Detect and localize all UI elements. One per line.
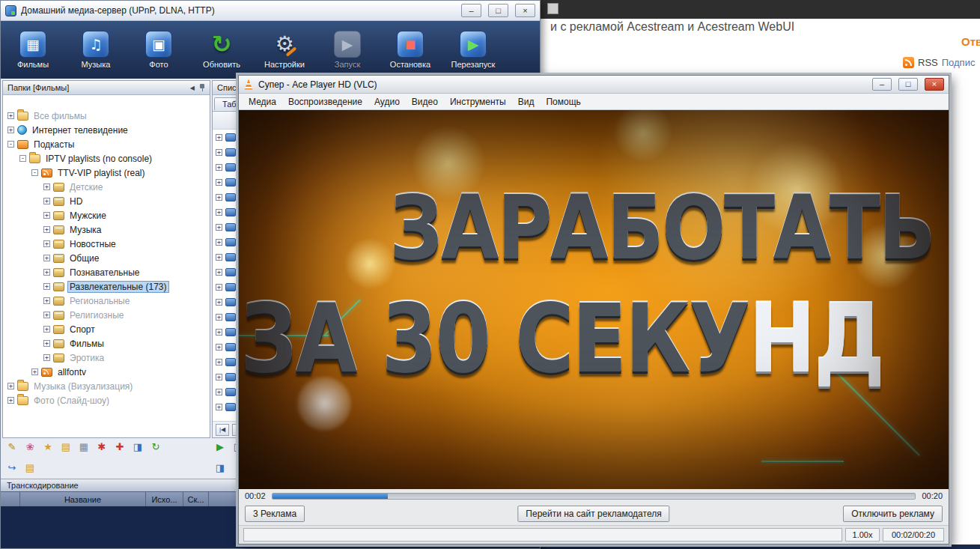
table-header-cell[interactable]: Исхо...	[146, 492, 183, 506]
table-header-cell[interactable]: Название	[20, 492, 146, 506]
expander-icon[interactable]	[216, 299, 222, 306]
expander-icon[interactable]	[216, 359, 222, 366]
tree-item[interactable]: + Религиозные	[3, 308, 210, 322]
toolbar-button[interactable]: ▦ Фильмы	[10, 31, 56, 69]
maximize-button[interactable]: □	[488, 4, 508, 17]
expander-icon[interactable]: +	[7, 127, 14, 133]
close-button[interactable]: ×	[925, 78, 944, 91]
tree-item[interactable]: + Региональные	[3, 294, 210, 308]
expander-icon[interactable]: +	[43, 326, 50, 333]
ad-off-button[interactable]: Отключить рекламу	[843, 506, 943, 522]
expander-icon[interactable]	[216, 389, 222, 395]
expander-icon[interactable]	[216, 284, 222, 291]
tree-item[interactable]: + Детские	[3, 180, 210, 194]
tree-item[interactable]: - TTV-VIP playlist (real)	[3, 166, 210, 180]
tree-item[interactable]: + Фильмы	[3, 336, 210, 351]
menu-item[interactable]: Вид	[513, 95, 540, 109]
tree-item[interactable]: + Фото (Слайд-шоу)	[3, 393, 210, 407]
expander-icon[interactable]: +	[43, 240, 50, 247]
tool-icon[interactable]: ✚	[113, 440, 127, 453]
playback-speed[interactable]: 1.00x	[845, 528, 880, 542]
expander-icon[interactable]	[216, 254, 222, 261]
tool-icon[interactable]: ▶	[213, 440, 227, 453]
hms-titlebar[interactable]: Домашний медиа-сервер (UPnP, DLNA, HTTP)…	[1, 1, 540, 21]
ad-count-button[interactable]: 3 Реклама	[245, 506, 305, 522]
expander-icon[interactable]: +	[43, 226, 50, 233]
expander-icon[interactable]: +	[43, 283, 50, 290]
expander-icon[interactable]: -	[31, 169, 38, 176]
toolbar-button[interactable]: ♫ Музыка	[73, 31, 119, 69]
minimize-button[interactable]: –	[461, 4, 481, 17]
expander-icon[interactable]: +	[43, 269, 50, 276]
expander-icon[interactable]	[216, 329, 222, 336]
rss-label[interactable]: RSS	[918, 57, 938, 68]
expander-icon[interactable]	[216, 224, 222, 231]
ad-link-button[interactable]: Перейти на сайт рекламодателя	[517, 506, 669, 522]
tool-icon[interactable]: ▤	[59, 440, 73, 453]
menu-item[interactable]: Воспроизведение	[283, 95, 368, 109]
expander-icon[interactable]	[216, 149, 222, 156]
toolbar-button[interactable]: ▶ Запуск	[324, 31, 371, 69]
expander-icon[interactable]: +	[7, 397, 14, 404]
menu-item[interactable]: Помощь	[541, 95, 585, 109]
pager-button[interactable]: |◀	[216, 424, 229, 436]
expander-icon[interactable]: +	[43, 212, 50, 219]
tree-item[interactable]: + allfontv	[3, 365, 210, 379]
expander-icon[interactable]	[216, 179, 222, 186]
pin-icon[interactable]	[199, 84, 205, 92]
tool-icon[interactable]: ★	[41, 440, 55, 453]
expander-icon[interactable]: +	[31, 368, 38, 375]
tool-icon[interactable]: ❀	[23, 440, 37, 453]
subscribe-link[interactable]: Подпис	[942, 57, 976, 68]
tree-item[interactable]: + HD	[3, 194, 210, 208]
expander-icon[interactable]: -	[19, 155, 26, 162]
tree-item[interactable]: - IPTV playlists (no console)	[3, 151, 210, 166]
expander-icon[interactable]: -	[7, 141, 14, 148]
tool-icon[interactable]: ▤	[23, 461, 37, 474]
tree-item[interactable]: + Познавательные	[3, 265, 210, 279]
seek-bar[interactable]	[272, 493, 916, 500]
expander-icon[interactable]	[216, 209, 222, 216]
tool-icon[interactable]: ◨	[213, 461, 227, 474]
tree-item[interactable]: + Эротика	[3, 351, 210, 365]
tree-item[interactable]: + Музыка	[3, 222, 210, 237]
expander-icon[interactable]	[216, 164, 222, 171]
expander-icon[interactable]	[216, 404, 222, 410]
toolbar-button[interactable]: ▶ Перезапуск	[450, 31, 496, 69]
expander-icon[interactable]	[216, 134, 222, 141]
tree-item[interactable]: + Развлекательные (173)	[3, 279, 210, 294]
toolbar-button[interactable]: ■ Остановка	[387, 31, 433, 69]
expander-icon[interactable]	[216, 269, 222, 276]
tree-item[interactable]: + Спорт	[3, 322, 210, 336]
expander-icon[interactable]: +	[43, 297, 50, 304]
toolbar-button[interactable]: ▣ Фото	[136, 31, 182, 69]
tool-icon[interactable]: ◨	[131, 440, 144, 453]
expander-icon[interactable]: +	[43, 312, 50, 318]
toolbar-button[interactable]: ⚙ Настройки	[261, 31, 308, 69]
rss-subscribe-row[interactable]: RSS Подпис	[903, 57, 975, 68]
maximize-button[interactable]: □	[898, 78, 918, 91]
menu-item[interactable]: Медиа	[243, 95, 281, 109]
tree-item[interactable]: + Интернет телевидение	[3, 123, 210, 137]
expander-icon[interactable]: +	[43, 340, 50, 347]
expander-icon[interactable]: +	[43, 255, 50, 261]
folders-panel-header[interactable]: Папки [Фильмы] ◀	[3, 81, 210, 95]
tool-icon[interactable]: ▦	[77, 440, 91, 453]
vlc-titlebar[interactable]: Супер - Ace Player HD (VLC) – □ ×	[239, 76, 949, 94]
tree-item[interactable]: + Музыка (Визуализация)	[3, 379, 210, 393]
video-area[interactable]: ЗАРАБОТАТЬ ЗА 30 СЕКУНД	[239, 110, 949, 489]
tree-item[interactable]: + Общие	[3, 251, 210, 265]
tool-icon[interactable]: ✎	[5, 440, 19, 453]
tree-item[interactable]: + Новостные	[3, 237, 210, 251]
expander-icon[interactable]: +	[7, 112, 14, 119]
tool-icon[interactable]: ↻	[149, 440, 162, 453]
expander-icon[interactable]: +	[43, 198, 50, 204]
page-link-fragment[interactable]: Отв	[961, 35, 980, 48]
menu-item[interactable]: Аудио	[369, 95, 405, 109]
expander-icon[interactable]	[216, 239, 222, 246]
table-header-cell[interactable]: Ск...	[183, 492, 209, 506]
menu-item[interactable]: Видео	[407, 95, 443, 109]
tree-item[interactable]: + Все фильмы	[3, 109, 210, 123]
tool-icon[interactable]: ✱	[95, 440, 109, 453]
expander-icon[interactable]	[216, 314, 222, 321]
